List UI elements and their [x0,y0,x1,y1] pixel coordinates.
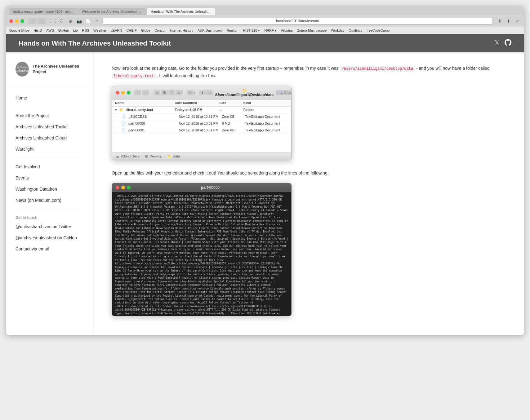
icloud-icon: ☁ [116,154,119,158]
org-name: The Archives Unleashed Project [33,64,83,75]
bookmark-google-drive[interactable]: Google Drive [9,29,29,33]
bookmark-freecc[interactable]: freeCodeCamp [367,29,390,33]
bookmark-lib[interactable]: Lib [73,29,78,33]
finder-column-view[interactable]: ⫴ [168,90,175,95]
folder-icon: 📁 [242,88,247,93]
finder-forward[interactable]: › [142,90,149,95]
row-part00001-name: 📄 part-00001 [121,128,179,132]
finder-table-header: Name Date Modified Size Kind [112,99,291,107]
finder-row-part00000[interactable]: 📄 part-00000 Nov 12, 2018 at 10:31 PM 6 … [112,120,291,127]
minimize-button[interactable] [15,19,19,23]
nav-toolkit[interactable]: Archives Unleashed Toolkit [6,121,93,132]
browser-titlebar: ‹ › ⋮⋮ 🛡 ⊕ 📷 📄 ≡ localhost:1313/aut/less… [6,15,524,27]
nav-about[interactable]: About the Project [6,110,93,121]
terminal-close[interactable] [116,186,119,189]
close-button[interactable] [9,19,13,23]
row-liberal-name: ▾ 📁 liberal-party-text [115,108,175,112]
bookmark-arbutus[interactable]: Arbutus [281,29,293,33]
nav-cloud[interactable]: Archives Unleashed Cloud [6,132,93,144]
folder-icon-liberal: 📁 [119,108,123,112]
finder-cover-view[interactable]: ⊡ [176,90,183,95]
terminal-window: part-00000 {20091218,www.liberal.ca,http… [112,183,292,316]
col-header-modified[interactable]: Date Modified [175,101,219,105]
nav-email[interactable]: Contact via email [6,243,93,254]
address-bar[interactable]: localhost:1313/aut/lesson/ [102,18,493,24]
finder-search[interactable]: 🔍 Search [276,90,292,95]
col-header-name[interactable]: Name [115,101,175,105]
back-button[interactable]: ‹ [29,18,37,24]
finder-traffic-lights [116,91,131,95]
finder-search-icon: 🔍 [278,91,283,95]
finder-row-part00001[interactable]: 📄 part-00001 Nov 12, 2018 at 10:31 PM Ze… [112,127,291,134]
bookmark-histd[interactable]: HistD [33,29,42,33]
twitter-header-icon[interactable]: 𝕏 [495,39,500,47]
terminal-title: part-00000 [133,185,287,190]
bookmark-github[interactable]: GitHub [58,29,69,33]
nav-news[interactable]: News (on Medium.com) [6,195,93,206]
terminal-minimize[interactable] [121,186,125,189]
bookmark-rss[interactable]: RSS [82,29,89,33]
menu-icon: ≡ [93,18,100,24]
site-logo: ArchivesUnleashed [16,62,29,77]
bookmark-workday[interactable]: Workday [331,29,344,33]
tabs-bar: update lesson page · Issue #103 · archiv… [6,6,524,15]
bookmark-chef[interactable]: CHE-F [126,29,137,33]
github-icon[interactable]: ⊕ [67,18,74,24]
terminal-maximize[interactable] [127,186,131,189]
tab-hands-on[interactable]: Hands on With The Archives Unleashed Too… [147,8,215,15]
nav-datathon[interactable]: Washington Datathon [6,183,93,195]
finder-maximize[interactable] [127,91,131,95]
github-header-icon[interactable] [505,39,511,47]
finder-view-buttons: ⊞ ☰ ⫴ ⊡ [154,90,183,95]
main-layout: ArchivesUnleashed The Archives Unleashed… [6,52,524,335]
finder-back[interactable]: ‹ [134,90,141,95]
finder-list-view[interactable]: ☰ [161,90,168,95]
nav-divider-1 [16,107,83,107]
tab-welcome[interactable]: Welcome to the Archives Unleashed Projec… [78,8,146,15]
finder-row-success[interactable]: 📄 _SUCCESS Nov 12, 2018 at 10:31 PM Zero… [112,113,291,120]
row-part00000-size: 6 MB [222,122,245,125]
col-header-size[interactable]: Size [220,101,243,105]
bookmark-hist216[interactable]: HIST 216 ▾ [243,29,260,33]
bookmark-weather[interactable]: Weather [93,29,106,33]
bookmark-auk[interactable]: AUK Dashboard [198,29,222,33]
bookmark-internet-history[interactable]: Internet-History [170,29,193,33]
terminal-content: {20091218,www.liberal.ca,http://www.libe… [115,194,288,315]
nav-warclight[interactable]: Warclight [6,144,93,155]
folder-name-code: liberal-party-text [112,73,156,79]
intro-paragraph: Now let's look at the ensuing data. Go t… [112,65,505,80]
row-liberal-modified: Today at 3:05 PM [175,108,219,112]
bookmark-learn[interactable]: LEARN [111,29,122,33]
content-area: Now let's look at the ensuing data. Go t… [93,52,524,335]
expand-icon: ▾ [115,108,117,112]
bookmark-nrrf[interactable]: NRRF ▾ [264,29,277,33]
finder-share-group: ⬆ ◻ [199,90,213,95]
forward-button[interactable]: › [38,18,46,24]
bookmark-realtor[interactable]: Realtor! [227,29,239,33]
bookmarks-bar: Google Drive HistD AWS GitHub Lib RSS We… [6,27,524,34]
bookmark-globe[interactable]: Globe [141,29,150,33]
col-header-kind[interactable]: Kind [243,101,288,105]
nav-twitter[interactable]: @unleasharchives on Twitter [6,221,93,232]
bookmark-aws[interactable]: AWS [46,29,54,33]
nav-github-link[interactable]: @archivesunleashed on GitHub [6,232,93,243]
finder-minimize[interactable] [121,91,125,95]
finder-gear-btn[interactable]: ⚙ [187,90,194,95]
finder-close[interactable] [116,91,119,95]
finder-row-liberal[interactable]: ▾ 📁 liberal-party-text Today at 3:05 PM … [112,107,291,113]
finder-icon-view[interactable]: ⊞ [154,90,160,95]
bookmark-zotero[interactable]: Zotero-Macroscope [297,29,327,33]
nav-get-involved[interactable]: Get Involved [6,161,93,172]
camera-icon: 📷 [76,18,82,24]
bookmark-qualtrics[interactable]: Qualtrics [349,29,362,33]
maximize-button[interactable] [20,19,24,23]
header-icons: 𝕏 [495,39,511,47]
bookmark-concur[interactable]: Concur [154,29,165,33]
nav-events[interactable]: Events [6,172,93,183]
tab-issue[interactable]: update lesson page · Issue #103 · archiv… [9,8,78,15]
finder-share-btn[interactable]: ⬆ [199,90,206,95]
nav-home[interactable]: Home [6,92,93,104]
finder-title: /Users/ianmilligan1/Desktop/data [215,93,274,97]
row-part00001-modified: Nov 12, 2018 at 10:31 PM [179,128,222,132]
finder-tag-btn[interactable]: ◻ [206,90,213,95]
